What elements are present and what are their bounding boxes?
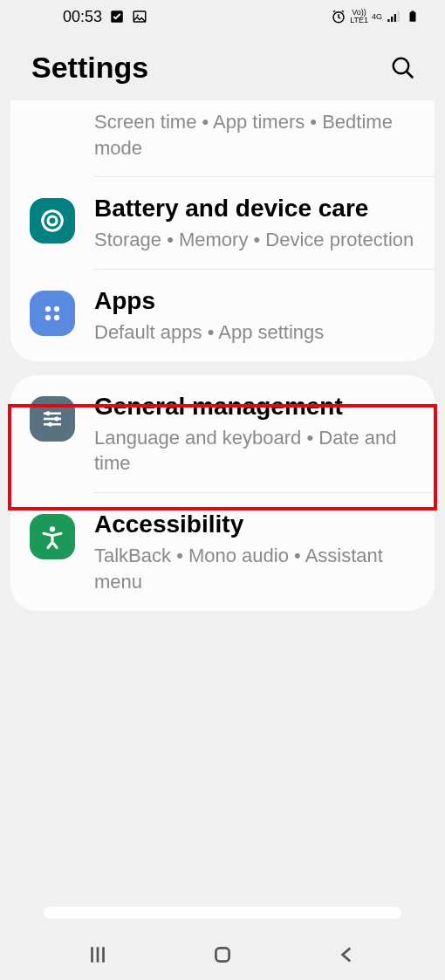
page-header: Settings (0, 33, 445, 100)
checkbox-icon (109, 9, 125, 24)
signal-icon (386, 9, 401, 24)
apps-icon (30, 291, 75, 336)
status-bar: 00:53 Vo)) LTE1 4G (0, 0, 445, 33)
settings-row-accessibility[interactable]: Accessibility TalkBack • Mono audio • As… (10, 493, 435, 610)
recents-button[interactable] (80, 937, 115, 972)
row-title: Battery and device care (94, 193, 415, 223)
svg-rect-5 (391, 17, 393, 22)
svg-point-15 (45, 315, 51, 320)
row-subtitle: Storage • Memory • Device protection (94, 227, 415, 253)
status-time: 00:53 (63, 8, 102, 26)
svg-rect-21 (216, 948, 229, 961)
row-title: Accessibility (94, 509, 415, 539)
row-title: General management (94, 391, 415, 421)
row-subtitle: TalkBack • Mono audio • Assistant menu (94, 543, 415, 594)
svg-rect-7 (398, 11, 400, 22)
svg-rect-8 (410, 12, 416, 22)
volte-label: Vo)) LTE1 (350, 9, 368, 24)
svg-point-17 (46, 411, 51, 415)
svg-point-10 (394, 58, 409, 73)
sliders-icon (30, 396, 75, 442)
image-icon (132, 9, 147, 24)
back-button[interactable] (330, 937, 365, 972)
settings-row-digital-wellbeing[interactable]: Screen time • App timers • Bedtime mode (10, 100, 435, 176)
svg-point-14 (54, 306, 59, 312)
svg-point-19 (48, 422, 52, 427)
alarm-icon (331, 9, 346, 24)
svg-point-2 (137, 14, 139, 16)
navigation-bar (0, 929, 445, 980)
svg-rect-4 (387, 19, 389, 22)
device-care-icon (30, 198, 75, 243)
search-button[interactable] (389, 54, 417, 82)
svg-point-16 (54, 315, 59, 320)
row-subtitle: Language and keyboard • Date and time (94, 425, 415, 476)
data-label: 4G (372, 13, 382, 21)
svg-point-11 (43, 211, 63, 231)
page-title: Settings (31, 51, 148, 85)
settings-group-2: General management Language and keyboard… (10, 375, 435, 611)
svg-rect-9 (411, 11, 414, 13)
accessibility-icon (30, 514, 75, 559)
settings-group-1: Screen time • App timers • Bedtime mode … (10, 100, 435, 361)
recents-icon (86, 943, 109, 966)
scroll-indicator (44, 907, 401, 919)
row-title: Apps (94, 285, 415, 316)
back-icon (336, 943, 359, 966)
svg-rect-6 (394, 14, 396, 22)
search-icon (390, 55, 416, 81)
row-subtitle: Default apps • App settings (94, 319, 415, 346)
svg-point-12 (48, 216, 57, 225)
home-icon (211, 943, 234, 966)
svg-point-20 (50, 526, 55, 531)
svg-point-13 (45, 306, 51, 312)
settings-row-general-management[interactable]: General management Language and keyboard… (10, 375, 435, 492)
battery-icon (405, 9, 421, 24)
row-subtitle: Screen time • App timers • Bedtime mode (94, 109, 415, 161)
settings-row-apps[interactable]: Apps Default apps • App settings (10, 270, 435, 361)
home-button[interactable] (205, 937, 240, 972)
settings-row-battery-device-care[interactable]: Battery and device care Storage • Memory… (10, 177, 435, 269)
svg-point-18 (55, 416, 59, 421)
